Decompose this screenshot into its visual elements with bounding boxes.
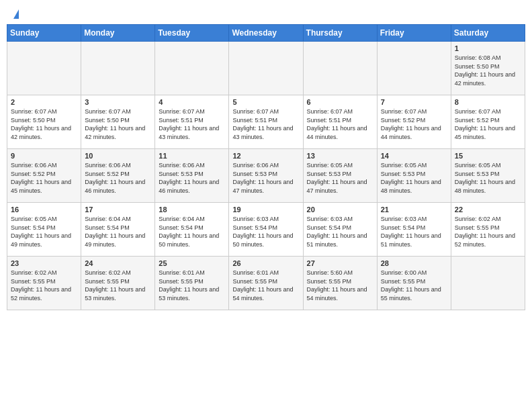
- calendar-cell: [229, 42, 303, 95]
- day-number: 1: [455, 44, 521, 52]
- calendar-week-1: 1Sunrise: 6:08 AMSunset: 5:50 PMDaylight…: [7, 42, 525, 95]
- day-number: 13: [307, 152, 373, 160]
- weekday-header-friday: Friday: [377, 25, 451, 42]
- calendar-cell: 4Sunrise: 6:07 AMSunset: 5:51 PMDaylight…: [155, 95, 229, 149]
- cell-info: Sunrise: 6:05 AMSunset: 5:53 PMDaylight:…: [455, 162, 515, 194]
- day-number: 22: [455, 205, 521, 214]
- cell-info: Sunrise: 6:08 AMSunset: 5:50 PMDaylight:…: [455, 54, 515, 87]
- cell-info: Sunrise: 6:07 AMSunset: 5:51 PMDaylight:…: [307, 108, 367, 140]
- day-number: 16: [11, 205, 77, 214]
- calendar-cell: [7, 42, 81, 95]
- calendar-cell: [81, 42, 155, 95]
- day-number: 17: [85, 205, 151, 214]
- day-number: 25: [159, 259, 225, 267]
- cell-info: Sunrise: 6:02 AMSunset: 5:55 PMDaylight:…: [11, 269, 71, 302]
- calendar-cell: 15Sunrise: 6:05 AMSunset: 5:53 PMDayligh…: [451, 149, 525, 203]
- weekday-header-tuesday: Tuesday: [155, 25, 229, 42]
- cell-info: Sunrise: 6:04 AMSunset: 5:54 PMDaylight:…: [85, 216, 145, 248]
- day-number: 3: [85, 98, 151, 106]
- calendar-cell: 17Sunrise: 6:04 AMSunset: 5:54 PMDayligh…: [81, 203, 155, 257]
- day-number: 23: [11, 259, 77, 267]
- day-number: 26: [232, 259, 299, 267]
- weekday-header-wednesday: Wednesday: [229, 25, 303, 42]
- cell-info: Sunrise: 6:05 AMSunset: 5:53 PMDaylight:…: [307, 162, 367, 194]
- cell-info: Sunrise: 6:03 AMSunset: 5:54 PMDaylight:…: [307, 216, 367, 248]
- day-number: 9: [11, 152, 77, 160]
- weekday-header-thursday: Thursday: [303, 25, 377, 42]
- cell-info: Sunrise: 6:07 AMSunset: 5:50 PMDaylight:…: [85, 108, 145, 140]
- calendar-cell: [155, 42, 229, 95]
- cell-info: Sunrise: 5:60 AMSunset: 5:55 PMDaylight:…: [307, 269, 367, 302]
- day-number: 6: [307, 98, 373, 106]
- calendar-body: 1Sunrise: 6:08 AMSunset: 5:50 PMDaylight…: [7, 42, 525, 310]
- cell-info: Sunrise: 6:07 AMSunset: 5:51 PMDaylight:…: [232, 108, 293, 140]
- cell-info: Sunrise: 6:03 AMSunset: 5:54 PMDaylight:…: [232, 216, 293, 248]
- calendar-cell: 7Sunrise: 6:07 AMSunset: 5:52 PMDaylight…: [377, 95, 451, 149]
- cell-info: Sunrise: 6:06 AMSunset: 5:52 PMDaylight:…: [11, 162, 71, 194]
- calendar-cell: 11Sunrise: 6:06 AMSunset: 5:53 PMDayligh…: [155, 149, 229, 203]
- day-number: 28: [381, 259, 447, 267]
- page-header: [7, 7, 525, 19]
- cell-info: Sunrise: 6:06 AMSunset: 5:53 PMDaylight:…: [159, 162, 219, 194]
- calendar-cell: 14Sunrise: 6:05 AMSunset: 5:53 PMDayligh…: [377, 149, 451, 203]
- calendar-cell: 13Sunrise: 6:05 AMSunset: 5:53 PMDayligh…: [303, 149, 377, 203]
- calendar-cell: 26Sunrise: 6:01 AMSunset: 5:55 PMDayligh…: [229, 257, 303, 310]
- day-number: 21: [381, 205, 447, 214]
- calendar-cell: 25Sunrise: 6:01 AMSunset: 5:55 PMDayligh…: [155, 257, 229, 310]
- calendar-table: SundayMondayTuesdayWednesdayThursdayFrid…: [7, 24, 525, 310]
- calendar-cell: 3Sunrise: 6:07 AMSunset: 5:50 PMDaylight…: [81, 95, 155, 149]
- calendar-cell: 18Sunrise: 6:04 AMSunset: 5:54 PMDayligh…: [155, 203, 229, 257]
- calendar-cell: 24Sunrise: 6:02 AMSunset: 5:55 PMDayligh…: [81, 257, 155, 310]
- calendar-cell: 16Sunrise: 6:05 AMSunset: 5:54 PMDayligh…: [7, 203, 81, 257]
- calendar-cell: 9Sunrise: 6:06 AMSunset: 5:52 PMDaylight…: [7, 149, 81, 203]
- calendar-cell: [377, 42, 451, 95]
- calendar-cell: 19Sunrise: 6:03 AMSunset: 5:54 PMDayligh…: [229, 203, 303, 257]
- day-number: 8: [455, 98, 521, 106]
- day-number: 7: [381, 98, 447, 106]
- calendar-cell: 8Sunrise: 6:07 AMSunset: 5:52 PMDaylight…: [451, 95, 525, 149]
- calendar-cell: 12Sunrise: 6:06 AMSunset: 5:53 PMDayligh…: [229, 149, 303, 203]
- day-number: 12: [232, 152, 299, 160]
- day-number: 4: [159, 98, 225, 106]
- calendar-cell: [451, 257, 525, 310]
- cell-info: Sunrise: 6:02 AMSunset: 5:55 PMDaylight:…: [85, 269, 145, 302]
- cell-info: Sunrise: 6:03 AMSunset: 5:54 PMDaylight:…: [381, 216, 441, 248]
- calendar-cell: 23Sunrise: 6:02 AMSunset: 5:55 PMDayligh…: [7, 257, 81, 310]
- calendar-cell: 1Sunrise: 6:08 AMSunset: 5:50 PMDaylight…: [451, 42, 525, 95]
- day-number: 18: [159, 205, 225, 214]
- calendar-cell: 22Sunrise: 6:02 AMSunset: 5:55 PMDayligh…: [451, 203, 525, 257]
- day-number: 5: [232, 98, 299, 106]
- calendar-cell: 2Sunrise: 6:07 AMSunset: 5:50 PMDaylight…: [7, 95, 81, 149]
- day-number: 24: [85, 259, 151, 267]
- calendar-cell: 27Sunrise: 5:60 AMSunset: 5:55 PMDayligh…: [303, 257, 377, 310]
- logo-triangle-icon: [13, 9, 19, 19]
- day-number: 27: [307, 259, 373, 267]
- calendar-cell: 28Sunrise: 6:00 AMSunset: 5:55 PMDayligh…: [377, 257, 451, 310]
- cell-info: Sunrise: 6:07 AMSunset: 5:52 PMDaylight:…: [381, 108, 441, 140]
- calendar-cell: [303, 42, 377, 95]
- day-number: 11: [159, 152, 225, 160]
- cell-info: Sunrise: 6:05 AMSunset: 5:53 PMDaylight:…: [381, 162, 441, 194]
- calendar-week-3: 9Sunrise: 6:06 AMSunset: 5:52 PMDaylight…: [7, 149, 525, 203]
- cell-info: Sunrise: 6:07 AMSunset: 5:52 PMDaylight:…: [455, 108, 515, 140]
- cell-info: Sunrise: 6:07 AMSunset: 5:50 PMDaylight:…: [11, 108, 71, 140]
- weekday-header-saturday: Saturday: [451, 25, 525, 42]
- day-number: 2: [11, 98, 77, 106]
- logo: [12, 9, 19, 16]
- cell-info: Sunrise: 6:02 AMSunset: 5:55 PMDaylight:…: [455, 216, 515, 248]
- calendar-cell: 21Sunrise: 6:03 AMSunset: 5:54 PMDayligh…: [377, 203, 451, 257]
- day-number: 10: [85, 152, 151, 160]
- cell-info: Sunrise: 6:07 AMSunset: 5:51 PMDaylight:…: [159, 108, 219, 140]
- weekday-header-sunday: Sunday: [7, 25, 81, 42]
- calendar-cell: 20Sunrise: 6:03 AMSunset: 5:54 PMDayligh…: [303, 203, 377, 257]
- calendar-cell: 6Sunrise: 6:07 AMSunset: 5:51 PMDaylight…: [303, 95, 377, 149]
- calendar-week-5: 23Sunrise: 6:02 AMSunset: 5:55 PMDayligh…: [7, 257, 525, 310]
- cell-info: Sunrise: 6:06 AMSunset: 5:53 PMDaylight:…: [232, 162, 293, 194]
- calendar-week-2: 2Sunrise: 6:07 AMSunset: 5:50 PMDaylight…: [7, 95, 525, 149]
- day-number: 15: [455, 152, 521, 160]
- calendar-cell: 5Sunrise: 6:07 AMSunset: 5:51 PMDaylight…: [229, 95, 303, 149]
- cell-info: Sunrise: 6:04 AMSunset: 5:54 PMDaylight:…: [159, 216, 219, 248]
- day-number: 20: [307, 205, 373, 214]
- weekday-header-row: SundayMondayTuesdayWednesdayThursdayFrid…: [7, 25, 525, 42]
- cell-info: Sunrise: 6:01 AMSunset: 5:55 PMDaylight:…: [159, 269, 219, 302]
